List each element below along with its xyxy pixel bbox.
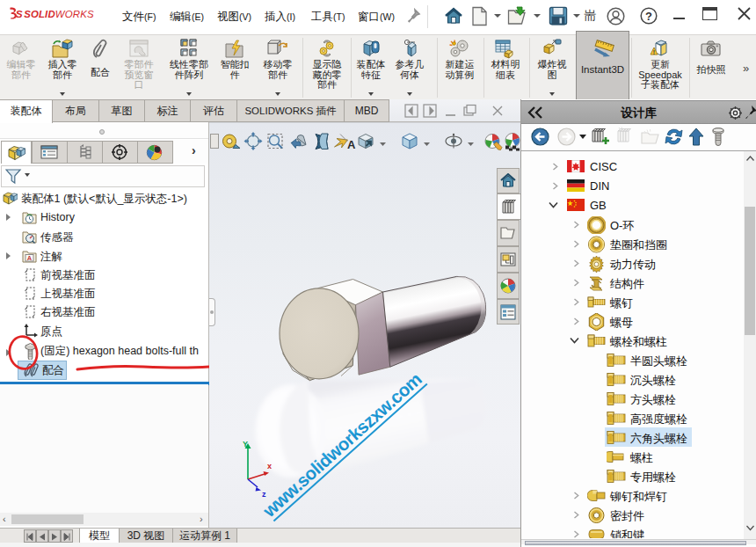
- svg-text:A: A: [27, 254, 33, 262]
- svg-text:?: ?: [645, 10, 652, 23]
- svg-text:!: !: [653, 49, 655, 55]
- svg-text:x: x: [267, 462, 272, 470]
- svg-text:SOLIDWORKS: SOLIDWORKS: [24, 9, 94, 19]
- svg-text:Y: Y: [243, 440, 248, 449]
- svg-text:S: S: [16, 8, 23, 20]
- svg-text:z: z: [262, 490, 266, 499]
